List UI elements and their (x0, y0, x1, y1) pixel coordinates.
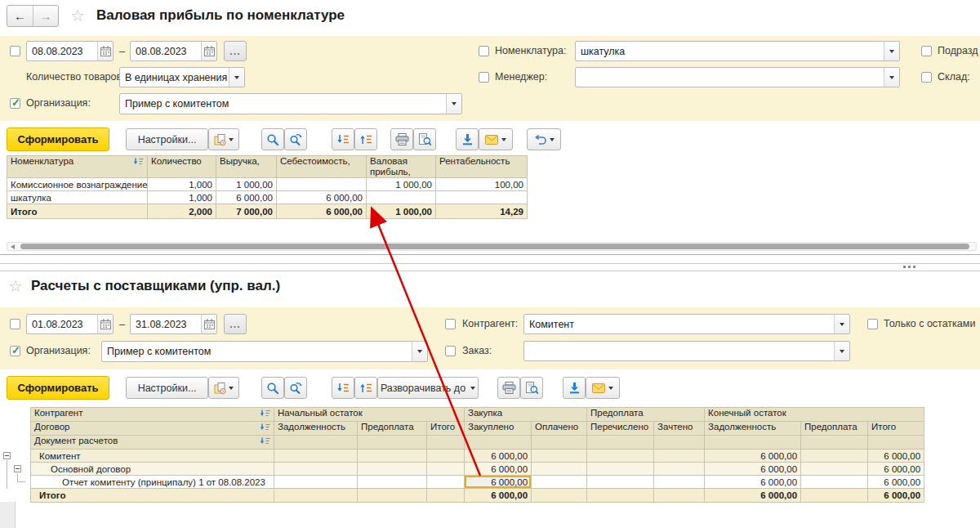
r1-manager-field[interactable] (575, 67, 900, 87)
table-cell[interactable] (358, 463, 427, 476)
table-cell[interactable]: 14,29 (436, 204, 528, 219)
table-cell[interactable]: 6 000,00 (705, 463, 801, 476)
table-cell[interactable]: 6 000,00 (868, 476, 924, 489)
selected-cell[interactable]: 6 000,00 (465, 476, 532, 489)
table-cell[interactable]: 6 000,00 (465, 450, 532, 463)
table-cell[interactable] (358, 450, 427, 463)
r2-contragent-checkbox[interactable] (445, 319, 456, 329)
chevron-down-icon[interactable] (834, 342, 849, 360)
table-cell[interactable] (587, 489, 654, 503)
column-header[interactable]: Итого (427, 422, 465, 436)
r1-collapse-rows-button[interactable] (354, 128, 377, 150)
column-group-header[interactable]: Предоплата (587, 408, 705, 422)
column-header[interactable]: Количество (148, 156, 216, 178)
r1-search-next-button[interactable] (284, 128, 307, 150)
table-cell[interactable] (358, 489, 427, 503)
r1-expand-rows-button[interactable] (332, 128, 354, 150)
column-group-header[interactable]: Конечный остаток (705, 408, 924, 422)
table-cell[interactable]: Комиссионное вознаграждение (7, 178, 148, 191)
r2-period-more-button[interactable]: ... (224, 314, 247, 334)
column-header[interactable]: Себестоимость, (277, 156, 367, 178)
r1-search-button[interactable] (261, 128, 284, 150)
column-header[interactable] (358, 436, 427, 450)
column-header[interactable]: Номенклатура (7, 156, 148, 178)
table-cell[interactable] (532, 463, 587, 476)
table-cell[interactable]: 100,00 (436, 178, 528, 191)
column-header[interactable] (801, 436, 868, 450)
chevron-down-icon[interactable] (884, 68, 899, 87)
table-cell[interactable]: 7 000,00 (216, 204, 277, 219)
r2-expand-rows-button[interactable] (332, 377, 354, 399)
table-cell[interactable] (532, 476, 587, 489)
table-cell[interactable] (587, 463, 654, 476)
r1-undo-button[interactable] (527, 128, 561, 150)
r2-contragent-field[interactable]: Комитент (523, 314, 850, 334)
r1-date-from-field[interactable]: 08.08.2023 (26, 41, 114, 61)
table-cell[interactable] (427, 450, 465, 463)
table-cell[interactable]: 6 000,00 (277, 204, 367, 219)
chevron-down-icon[interactable] (229, 68, 244, 87)
r1-report-variants-button[interactable] (208, 128, 239, 150)
r2-date-from-field[interactable]: 01.08.2023 (26, 314, 114, 334)
r1-nomenclature-field[interactable]: шкатулка (575, 41, 900, 61)
table-cell[interactable]: Основной договор (31, 463, 274, 476)
table-cell[interactable] (274, 489, 358, 503)
r1-nomenclature-checkbox[interactable] (479, 46, 489, 56)
table-cell[interactable]: 1,000 (148, 178, 216, 191)
table-cell[interactable] (358, 476, 427, 489)
table-cell[interactable] (274, 450, 358, 463)
r2-report-variants-button[interactable] (208, 377, 239, 399)
scrollbar-thumb[interactable] (20, 244, 969, 249)
table-cell[interactable]: Итого (31, 489, 274, 503)
table-cell[interactable] (654, 489, 705, 503)
calendar-icon[interactable] (97, 42, 113, 60)
column-header[interactable] (587, 436, 654, 450)
r2-email-button[interactable] (586, 377, 620, 399)
table-cell[interactable]: 1,000 (148, 191, 216, 204)
chevron-down-icon[interactable] (834, 315, 849, 333)
column-header[interactable]: Закуплено (465, 422, 532, 436)
table-cell[interactable] (532, 450, 587, 463)
table-cell[interactable]: Комитент (31, 450, 274, 463)
table-cell[interactable]: 6 000,00 (705, 489, 801, 503)
table-cell[interactable] (277, 178, 367, 191)
chevron-down-icon[interactable] (884, 42, 899, 60)
column-header[interactable]: Зачтено (654, 422, 705, 436)
r1-manager-checkbox[interactable] (479, 72, 489, 83)
calendar-icon[interactable] (201, 42, 216, 60)
r2-period-checkbox[interactable] (10, 319, 20, 329)
table-cell[interactable] (801, 489, 868, 503)
table-cell[interactable]: 6 000,00 (465, 463, 532, 476)
column-header[interactable]: Договор (31, 422, 274, 436)
r1-warehouse-checkbox[interactable] (921, 72, 932, 83)
r2-save-button[interactable] (563, 377, 586, 399)
table-cell[interactable] (427, 489, 465, 503)
favorite-star-icon[interactable]: ☆ (70, 7, 85, 24)
r2-order-checkbox[interactable] (445, 346, 456, 356)
r2-date-to-field[interactable]: 31.08.2023 (130, 314, 217, 334)
column-header[interactable]: Задолженность (274, 422, 358, 436)
column-header[interactable]: Предоплата (801, 422, 868, 436)
column-header[interactable]: Контрагент (31, 408, 274, 422)
column-header[interactable]: Валовая прибыль, (367, 156, 436, 178)
table-cell[interactable]: Итого (7, 204, 148, 219)
r2-collapse-rows-button[interactable] (354, 377, 377, 399)
column-header[interactable] (465, 436, 532, 450)
tree-collapse-toggle[interactable] (3, 452, 11, 459)
column-header[interactable]: Предоплата (358, 422, 427, 436)
table-cell[interactable] (427, 463, 465, 476)
column-header[interactable] (868, 436, 924, 450)
table-cell[interactable] (436, 191, 528, 204)
table-cell[interactable] (801, 476, 868, 489)
column-header[interactable]: Рентабельность (436, 156, 528, 178)
table-cell[interactable] (654, 450, 705, 463)
r2-preview-button[interactable] (520, 377, 543, 399)
column-group-header[interactable]: Закупка (465, 408, 587, 422)
r1-print-button[interactable] (390, 128, 413, 150)
r1-generate-button[interactable]: Сформировать (7, 128, 109, 151)
table-cell[interactable] (801, 450, 868, 463)
table-cell[interactable]: 1 000,00 (216, 178, 277, 191)
column-header[interactable]: Выручка, (216, 156, 277, 178)
table-cell[interactable] (587, 476, 654, 489)
forward-button[interactable]: → (33, 6, 58, 26)
